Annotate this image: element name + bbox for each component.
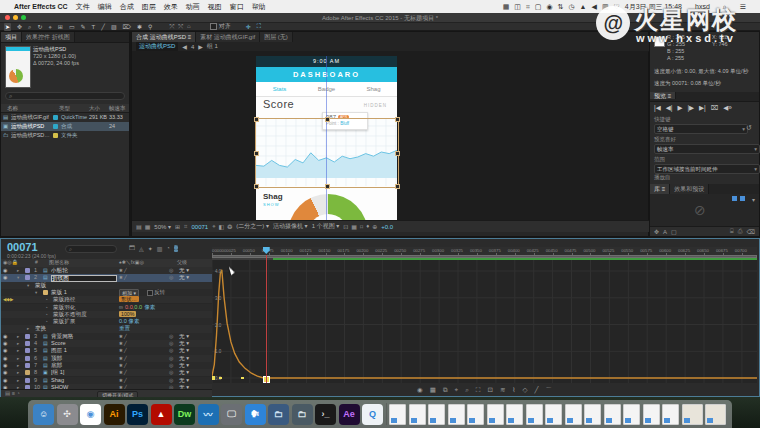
menu-user[interactable]: hxsd — [695, 3, 710, 10]
navigator-item[interactable]: 组 1 — [207, 42, 218, 51]
property-value[interactable]: ∞0.0,0.0像素 — [119, 304, 155, 311]
stopwatch-icon[interactable]: ◔ — [45, 296, 48, 303]
group-name[interactable]: 变换 — [35, 325, 46, 332]
phone-tab-Shag[interactable]: Shag — [350, 82, 397, 96]
library-foot-icon-r0[interactable]: ⌸ — [730, 228, 734, 235]
timeline-head-icon-1[interactable]: ◬ — [139, 245, 144, 252]
graph-editor-tool-4[interactable]: ⌕ — [465, 386, 469, 394]
clone-stamp-tool[interactable]: ▨ — [111, 23, 117, 31]
visibility-eye-icon[interactable]: ◉ — [3, 355, 7, 362]
status-icon-0[interactable]: ▦ — [503, 3, 510, 11]
composition-viewer[interactable]: 9:00 AM DASHBOARO StatsBadgeShag Score H… — [132, 51, 648, 220]
brush-tool[interactable]: ╱ — [101, 23, 105, 31]
project-item-name[interactable]: 运动曲线PSD… — [11, 131, 59, 140]
timeline-head-icon-5[interactable]: ⛶ — [174, 245, 178, 252]
project-row-运动曲线GIF.gif[interactable]: ▤运动曲线GIF.gifQuickTime291 KB33.33 — [1, 113, 129, 122]
dock-app-launchpad[interactable]: ✣ — [57, 404, 78, 425]
layer-name[interactable]: 背景网格 — [51, 333, 115, 340]
dock-document-3[interactable] — [448, 404, 465, 425]
keyframe-11[interactable] — [219, 377, 222, 380]
column-header-帧速率[interactable]: 帧速率 — [109, 105, 126, 112]
graph-editor-tool-6[interactable]: ⊡ — [487, 386, 492, 394]
selection-tool[interactable]: ➤ — [4, 23, 11, 31]
stopwatch-icon[interactable]: ◔ — [45, 304, 48, 311]
library-foot-icon-l2[interactable]: ▢ — [671, 228, 677, 235]
project-item-label-chip[interactable] — [53, 124, 58, 129]
menu-item-视图[interactable]: 视图 — [208, 2, 222, 12]
dock-document-7[interactable] — [526, 404, 543, 425]
comp-tab-素材 运动曲线GIF.gif[interactable]: 素材 运动曲线GIF.gif — [196, 32, 260, 42]
selection-handle[interactable] — [254, 117, 259, 122]
layer-switches[interactable]: ✱ ╱ — [119, 377, 127, 384]
menu-item-合成[interactable]: 合成 — [120, 2, 134, 12]
dock-app-dreamweaver[interactable]: Dw — [174, 404, 195, 425]
panel-tab-库 ≡[interactable]: 库 ≡ — [650, 184, 670, 194]
selection-handle[interactable] — [254, 151, 259, 156]
roto-brush-tool[interactable]: ✱ — [137, 23, 142, 31]
favor-select[interactable]: 帧速率▾ — [654, 144, 760, 154]
current-frame-field[interactable]: 00071 — [191, 224, 208, 230]
puppet-pin-tool[interactable]: ⚲ — [148, 23, 152, 31]
status-icon-4[interactable]: ◉ — [546, 3, 552, 11]
menu-item-动画[interactable]: 动画 — [186, 2, 200, 12]
dock-document-11[interactable] — [604, 404, 621, 425]
ct-mid-icon-1[interactable]: ◧ — [219, 223, 225, 230]
project-item-name[interactable]: 运动曲线PSD — [11, 122, 59, 131]
panel-tab-效果和预设[interactable]: 效果和预设 — [670, 184, 709, 194]
view-layout-select[interactable]: 1 个视图 ▾ — [312, 222, 340, 231]
layer-name[interactable]: 顶部 — [51, 355, 115, 362]
rotate-tool[interactable]: ↻ — [37, 23, 42, 31]
visibility-eye-icon[interactable]: ◉ — [3, 377, 7, 384]
snap-toggle[interactable]: 对齐 — [210, 22, 231, 31]
graph-editor-tool-8[interactable]: ⌇ — [512, 386, 515, 394]
zoom-tool[interactable]: ⌕ — [28, 23, 31, 31]
expand-arrow[interactable]: ▸ — [27, 325, 29, 332]
expand-arrow[interactable]: ▾ — [35, 289, 37, 296]
layer-switches[interactable]: ✱ ╱ — [119, 369, 127, 376]
phone-tab-Stats[interactable]: Stats — [256, 82, 303, 96]
expand-arrow[interactable]: ▾ — [27, 282, 29, 289]
property-value[interactable]: 0.0 像素 — [119, 318, 140, 325]
project-item-name[interactable]: 运动曲线GIF.gif — [11, 113, 59, 122]
library-view-icon-1[interactable] — [740, 196, 745, 201]
ct-right-icon-2[interactable]: ⌑ — [360, 223, 363, 230]
ct-mid-icon-2[interactable]: ❂ — [227, 223, 232, 230]
status-icon-5[interactable]: ⇅ — [558, 3, 564, 11]
dock-app-acrobat[interactable]: ▲ — [151, 404, 172, 425]
dock-document-6[interactable] — [506, 404, 523, 425]
layer-label-chip[interactable] — [25, 370, 30, 375]
current-time-display[interactable]: 00071 0:00:02:23 (24.00 fps) — [7, 241, 56, 259]
dock-app-chrome[interactable]: ◉ — [80, 404, 101, 425]
ct-left-icon-0[interactable]: ▤ — [136, 223, 142, 230]
timeline-search-input[interactable]: ⌕ — [65, 245, 117, 253]
group-value[interactable]: 重置 — [119, 325, 130, 332]
layer-switches[interactable]: ✱ ╱ — [119, 333, 127, 340]
parent-select[interactable]: 无 ▾ — [179, 369, 189, 376]
parent-pickwhip-icon[interactable]: ◎ — [169, 274, 173, 281]
navigator-right-arrow[interactable]: ▶ — [198, 43, 203, 50]
transport-button-6[interactable]: ◀» — [723, 104, 732, 112]
expand-arrow[interactable]: ▸ — [17, 369, 19, 376]
project-row-运动曲线PSD…[interactable]: 🗀运动曲线PSD…文件夹 — [1, 131, 129, 140]
dock-document-0[interactable] — [389, 404, 406, 425]
property-value[interactable]: 形状… — [119, 296, 139, 302]
group-name[interactable]: 蒙版 — [35, 282, 46, 289]
dock-document-10[interactable] — [584, 404, 601, 425]
layer-switches[interactable]: ✱ ╱ — [119, 362, 127, 369]
property-name[interactable]: 蒙版扩展 — [53, 318, 75, 325]
dock-app-keynote[interactable]: 🗣 — [245, 404, 266, 425]
hand-tool[interactable]: ✥ — [17, 23, 22, 31]
layer-label-chip[interactable] — [25, 334, 30, 339]
graph-editor-tool-1[interactable]: ▦ — [430, 386, 436, 394]
parent-pickwhip-icon[interactable]: ◎ — [169, 347, 173, 354]
property-name[interactable]: 蒙版羽化 — [53, 304, 75, 311]
keyframe-40[interactable] — [241, 377, 244, 380]
notification-center-icon[interactable]: ☰ — [740, 3, 746, 11]
layer-label-chip[interactable] — [25, 268, 30, 273]
layer-name[interactable]: Shag — [51, 377, 115, 384]
dock-app-app-folder-2[interactable]: 🗀 — [292, 404, 313, 425]
selection-handle[interactable] — [395, 184, 400, 189]
dock-app-quicktime[interactable]: Q — [362, 404, 383, 425]
layer-name[interactable]: 小船轮 — [51, 267, 115, 274]
dock-app-photoshop[interactable]: Ps — [127, 404, 148, 425]
